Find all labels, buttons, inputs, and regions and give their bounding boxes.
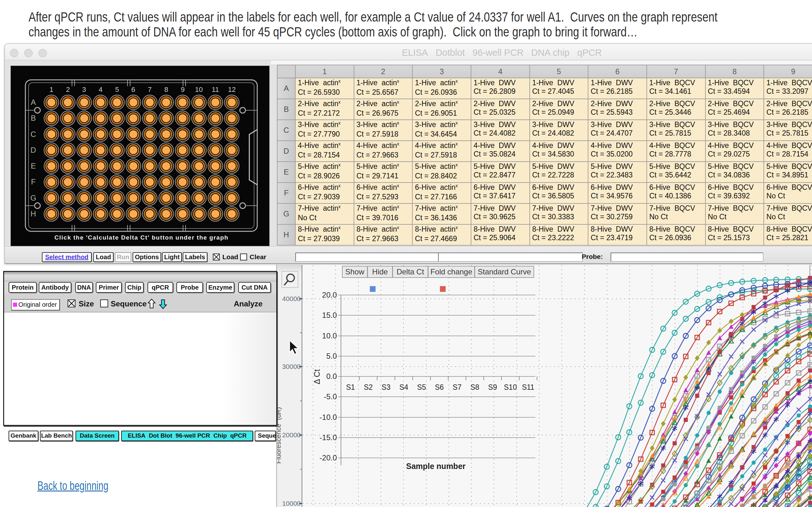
svg-text:10: 10 — [195, 86, 203, 94]
svg-text:Click the 'Calculate Delta Ct': Click the 'Calculate Delta Ct' button un… — [55, 234, 229, 241]
svg-text:B: B — [31, 114, 36, 122]
svg-text:1: 1 — [49, 86, 53, 94]
svg-text:-10.0: -10.0 — [319, 413, 337, 421]
svg-text:6: 6 — [131, 86, 135, 94]
svg-text:E: E — [31, 162, 36, 170]
svg-text:S3: S3 — [382, 383, 391, 391]
svg-text:9: 9 — [181, 86, 185, 94]
svg-text:S9: S9 — [488, 383, 497, 391]
svg-text:2: 2 — [66, 86, 70, 94]
svg-text:-15.0: -15.0 — [319, 433, 337, 442]
svg-text:Sample number: Sample number — [406, 462, 466, 470]
svg-text:S10: S10 — [504, 383, 517, 391]
svg-text:30000: 30000 — [282, 363, 301, 370]
svg-text:D: D — [31, 146, 36, 154]
svg-text:-5.0: -5.0 — [324, 392, 337, 401]
svg-text:4: 4 — [99, 86, 102, 94]
svg-text:S2: S2 — [364, 383, 373, 391]
svg-text:S4: S4 — [399, 383, 408, 391]
svg-text:10.0: 10.0 — [322, 331, 337, 340]
svg-text:3: 3 — [82, 86, 86, 94]
svg-text:C: C — [31, 130, 36, 138]
svg-text:10000: 10000 — [282, 500, 301, 507]
svg-text:0.0: 0.0 — [326, 372, 337, 381]
svg-text:20000: 20000 — [282, 431, 301, 439]
svg-text:20.0: 20.0 — [322, 291, 337, 299]
svg-text:40000: 40000 — [282, 295, 301, 302]
svg-text:5.0: 5.0 — [326, 352, 337, 360]
svg-text:Fluorescence (dR): Fluorescence (dR) — [277, 407, 282, 464]
svg-text:8: 8 — [164, 86, 168, 94]
svg-text:Δ Ct: Δ Ct — [312, 369, 321, 384]
svg-text:H: H — [31, 210, 36, 218]
svg-text:-20.0: -20.0 — [319, 453, 337, 462]
svg-text:A: A — [31, 98, 36, 107]
svg-text:S11: S11 — [522, 383, 534, 391]
svg-text:F: F — [31, 177, 36, 186]
svg-text:S1: S1 — [346, 383, 355, 391]
svg-text:S6: S6 — [435, 383, 444, 391]
svg-text:7: 7 — [148, 86, 152, 94]
svg-text:12: 12 — [228, 86, 236, 94]
svg-text:5: 5 — [115, 86, 119, 94]
svg-text:S7: S7 — [453, 383, 461, 391]
svg-text:S8: S8 — [470, 383, 479, 391]
svg-text:G: G — [31, 193, 37, 202]
svg-text:11: 11 — [212, 86, 219, 94]
svg-text:S5: S5 — [417, 383, 426, 391]
svg-text:15.0: 15.0 — [322, 311, 337, 320]
